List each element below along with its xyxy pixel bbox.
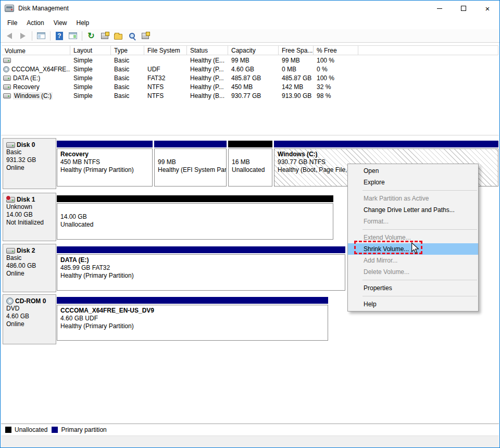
menu-item-explore[interactable]: Explore: [348, 177, 478, 188]
legend-unallocated: Unallocated: [5, 426, 47, 433]
menu-item-change-drive-letter[interactable]: Change Drive Letter and Paths...: [348, 204, 478, 216]
disk-name: Disk 1: [17, 196, 35, 203]
menu-action[interactable]: Action: [22, 17, 48, 29]
menu-separator: [362, 229, 477, 230]
status-cell: Healthy (P...: [187, 83, 228, 91]
column-header-capacity[interactable]: Capacity: [228, 46, 279, 55]
disk-status: Not Initialized: [6, 219, 53, 227]
primary-partition-band: [274, 141, 498, 147]
cdrom-header[interactable]: CD-ROM 0 DVD 4.60 GB Online: [3, 294, 56, 344]
partition-efi[interactable]: 99 MB Healthy (EFI System Part: [154, 141, 227, 186]
disk-size: 486.00 GB: [6, 262, 53, 270]
free-space-cell: 0 MB: [279, 66, 314, 73]
forward-button[interactable]: [17, 31, 29, 41]
disk-status: Online: [6, 164, 53, 172]
manage-button[interactable]: [140, 31, 151, 41]
legend-bar: Unallocated Primary partition: [1, 424, 499, 435]
column-header-status[interactable]: Status: [187, 46, 228, 55]
type-cell: Basic: [111, 66, 144, 73]
disk0-header[interactable]: Disk 0 Basic 931.32 GB Online: [3, 138, 56, 189]
layout-cell: Simple: [70, 92, 111, 99]
maximize-button[interactable]: [452, 1, 476, 16]
disk-type: Unknown: [6, 203, 53, 211]
help-icon: ?: [56, 32, 63, 40]
free-space-cell: 485.87 GB: [279, 74, 314, 82]
table-row-windows-c[interactable]: Windows (C:) Simple Basic NTFS Healthy (…: [2, 91, 498, 100]
properties-button[interactable]: [99, 31, 110, 41]
column-header-type[interactable]: Type: [111, 46, 144, 55]
column-header-volume[interactable]: Volume: [2, 46, 70, 55]
refresh-button[interactable]: ↻: [85, 31, 97, 41]
legend-label: Primary partition: [61, 426, 106, 433]
primary-partition-band: [57, 246, 345, 253]
table-row[interactable]: CCCOMA_X64FRE... Simple Basic UDF Health…: [2, 65, 498, 73]
close-button[interactable]: ×: [476, 1, 499, 16]
column-header-pct-free[interactable]: % Free: [314, 46, 358, 55]
volume-name: CCCOMA_X64FRE...: [11, 66, 70, 73]
pct-free-cell: 100 %: [314, 57, 358, 64]
disk-type: Basic: [6, 148, 53, 156]
partition-recovery[interactable]: Recovery 450 MB NTFS Healthy (Primary Pa…: [57, 141, 153, 186]
menu-help[interactable]: Help: [72, 17, 94, 29]
title-bar: Disk Management ×: [1, 1, 499, 16]
close-icon: ×: [485, 5, 490, 13]
table-row[interactable]: DATA (E:) Simple Basic FAT32 Healthy (P.…: [2, 73, 498, 82]
partition-unallocated-16mb[interactable]: 16 MB Unallocated: [228, 141, 272, 186]
column-header-file-system[interactable]: File System: [144, 46, 187, 55]
back-button[interactable]: [4, 31, 15, 41]
menu-file[interactable]: File: [3, 17, 22, 29]
column-header-layout[interactable]: Layout: [70, 46, 111, 55]
partition-status: Healthy (EFI System Part: [158, 166, 223, 174]
menu-separator: [362, 190, 477, 191]
column-header-free-space[interactable]: Free Spa...: [279, 46, 314, 55]
menu-separator: [362, 280, 477, 280]
cdrom-icon: [6, 297, 14, 305]
menu-item-help[interactable]: Help: [348, 298, 478, 310]
show-action-pane-button[interactable]: [67, 31, 79, 41]
partition-size: 485.99 GB FAT32: [60, 264, 342, 272]
help-button[interactable]: ?: [54, 31, 65, 41]
partition-cd-media[interactable]: CCCOMA_X64FRE_EN-US_DV9 4.60 GB UDF Heal…: [57, 297, 328, 341]
pct-free-cell: 98 %: [314, 92, 358, 99]
disk-size: 931.32 GB: [6, 156, 53, 164]
disk-type: Basic: [6, 254, 53, 262]
partition-status: Healthy (Primary Partition): [60, 322, 324, 330]
layout-cell: Simple: [70, 83, 111, 91]
partition-size: 4.60 GB UDF: [60, 315, 324, 322]
type-cell: Basic: [111, 57, 144, 64]
disk-name: CD-ROM 0: [15, 297, 46, 305]
disk-name: Disk 0: [17, 141, 35, 148]
properties-icon: [101, 33, 108, 39]
partition-title: [232, 151, 269, 158]
menu-item-properties[interactable]: Properties: [348, 282, 478, 294]
show-console-tree-button[interactable]: [35, 31, 47, 41]
volume-list-pane: Volume Layout Type File System Status Ca…: [1, 43, 499, 135]
fs-cell: UDF: [144, 66, 187, 73]
disk-icon: [6, 248, 15, 254]
manage-icon: [142, 33, 149, 39]
mouse-cursor: [410, 242, 420, 254]
table-row[interactable]: Recovery Simple Basic NTFS Healthy (P...…: [2, 82, 498, 91]
minimize-button[interactable]: [428, 1, 452, 16]
menu-bar: File Action View Help: [1, 16, 499, 29]
status-cell: Healthy (P...: [187, 66, 228, 73]
capacity-cell: 99 MB: [228, 57, 279, 64]
partition-title: Recovery: [60, 151, 149, 158]
layout-cell: Simple: [70, 57, 111, 64]
partition-data-e[interactable]: DATA (E:) 485.99 GB FAT32 Healthy (Prima…: [57, 246, 345, 291]
table-row[interactable]: Simple Basic Healthy (E... 99 MB 99 MB 1…: [2, 56, 498, 65]
partition-unallocated-14gb[interactable]: 14.00 GB Unallocated: [57, 195, 333, 240]
menu-view[interactable]: View: [49, 17, 72, 29]
minimize-icon: [437, 8, 442, 9]
view-button[interactable]: [126, 31, 138, 41]
primary-partition-swatch: [52, 427, 58, 433]
partition-status: Unallocated: [232, 166, 269, 174]
disk2-header[interactable]: Disk 2 Basic 486.00 GB Online: [3, 244, 56, 292]
menu-item-format: Format...: [348, 216, 478, 227]
menu-item-open[interactable]: Open: [348, 165, 478, 177]
volume-table-header: Volume Layout Type File System Status Ca…: [2, 45, 498, 55]
disk-management-window: Disk Management × File Action View Help …: [0, 0, 500, 448]
disk1-header[interactable]: Disk 1 Unknown 14.00 GB Not Initialized: [3, 193, 56, 241]
open-button[interactable]: [113, 31, 124, 41]
cd-icon: [3, 66, 9, 72]
